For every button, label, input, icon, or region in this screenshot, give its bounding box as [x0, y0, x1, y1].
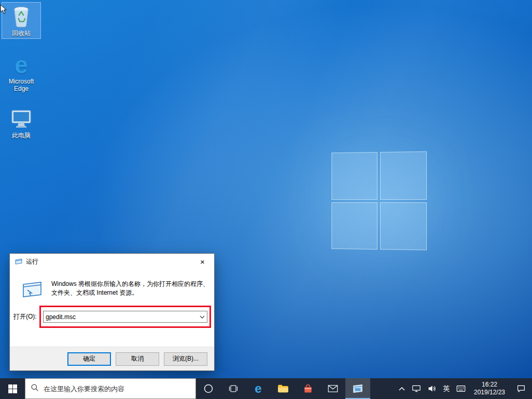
desktop-icon-label: 回收站 — [3, 30, 39, 37]
taskbar-search-box[interactable] — [25, 378, 196, 399]
keyboard-icon — [456, 385, 466, 392]
logo-pane — [380, 202, 427, 251]
this-pc-icon — [3, 107, 40, 131]
tray-overflow-button[interactable] — [395, 378, 409, 399]
cancel-button[interactable]: 取消 — [116, 352, 159, 366]
active-window-button[interactable] — [345, 378, 370, 399]
logo-pane — [380, 152, 427, 200]
folder-icon — [277, 384, 289, 393]
cortana-icon — [203, 383, 214, 394]
desktop-icon-recycle-bin[interactable]: 回收站 — [2, 2, 41, 39]
wallpaper-windows-logo — [331, 152, 427, 251]
edge-icon: e — [255, 382, 261, 395]
mouse-cursor-icon — [0, 4, 7, 17]
taskbar-clock[interactable]: 16:22 2019/12/23 — [469, 378, 510, 399]
active-app-icon — [352, 383, 363, 394]
network-icon — [412, 384, 421, 393]
system-tray: 英 16:22 2019/12/23 — [395, 378, 532, 399]
chevron-down-icon[interactable] — [198, 311, 207, 322]
run-program-icon — [21, 281, 43, 300]
clock-time: 16:22 — [482, 381, 497, 389]
windows-logo-icon — [8, 384, 17, 393]
desktop-icon-microsoft-edge[interactable]: e Microsoft Edge — [2, 51, 41, 94]
run-dialog-icon — [15, 257, 23, 266]
cortana-button[interactable] — [196, 378, 221, 399]
task-view-icon — [228, 383, 239, 394]
volume-button[interactable] — [424, 378, 440, 399]
run-dialog-buttons: 确定 取消 浏览(B)... — [10, 347, 214, 370]
touch-keyboard-button[interactable] — [453, 378, 469, 399]
chevron-up-icon — [398, 386, 405, 391]
run-command-input[interactable] — [44, 311, 198, 322]
edge-taskbar-button[interactable]: e — [246, 378, 271, 399]
ok-button[interactable]: 确定 — [67, 352, 111, 366]
network-button[interactable] — [409, 378, 424, 399]
search-input[interactable] — [44, 385, 190, 393]
run-dialog-titlebar[interactable]: 运行 × — [10, 254, 214, 269]
clock-date: 2019/12/23 — [474, 389, 505, 396]
action-center-button[interactable] — [510, 378, 532, 399]
microsoft-store-button[interactable] — [296, 378, 320, 399]
store-gift-bag-icon — [303, 383, 313, 394]
browse-button[interactable]: 浏览(B)... — [164, 352, 207, 366]
start-button[interactable] — [0, 378, 25, 399]
recycle-bin-icon — [3, 5, 39, 29]
mail-icon — [328, 384, 338, 393]
screen: 回收站 e Microsoft Edge 此电脑 运行 — [0, 0, 532, 399]
task-view-button[interactable] — [221, 378, 246, 399]
run-dialog-title: 运行 — [26, 257, 38, 266]
taskbar: e — [0, 378, 532, 399]
logo-pane — [331, 202, 377, 249]
search-icon — [31, 383, 39, 394]
run-dialog-description: Windows 将根据你所输入的名称，为你打开相应的程序、 文件夹、文档或 In… — [51, 280, 210, 297]
file-explorer-button[interactable] — [271, 378, 296, 399]
description-line1: Windows 将根据你所输入的名称，为你打开相应的程序、 — [51, 280, 210, 288]
speaker-icon — [427, 384, 437, 393]
open-label: 打开(O): — [13, 311, 37, 323]
description-line2: 文件夹、文档或 Internet 资源。 — [51, 288, 210, 297]
edge-icon: e — [3, 53, 40, 77]
action-center-icon — [516, 384, 526, 393]
mail-button[interactable] — [320, 378, 345, 399]
desktop-icon-label: 此电脑 — [3, 132, 40, 139]
run-dialog: 运行 × Windows 将根据你所输入的名称，为你打开相应的程序、 文件夹、文… — [9, 253, 215, 371]
desktop-icon-this-pc[interactable]: 此电脑 — [2, 105, 41, 141]
logo-pane — [331, 152, 377, 199]
close-icon[interactable]: × — [191, 254, 214, 269]
desktop-icon-label: Microsoft Edge — [3, 78, 40, 92]
run-command-combobox[interactable] — [43, 311, 207, 323]
ime-indicator[interactable]: 英 — [440, 378, 453, 399]
